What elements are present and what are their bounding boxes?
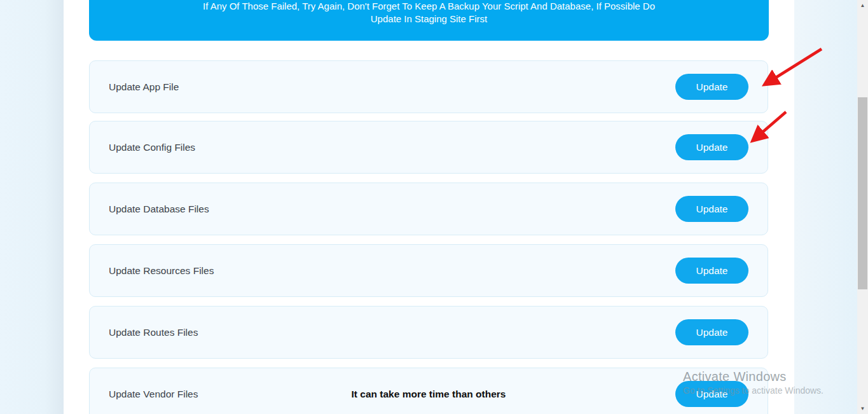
row-label: Update Vendor Files [109,389,198,400]
update-config-files-button[interactable]: Update [675,134,748,160]
update-row-routes-files: Update Routes Files Update [89,306,768,359]
notice-banner-text: If Any Of Those Failed, Try Again, Don't… [194,0,665,25]
update-row-vendor-files: Update Vendor Files It can take more tim… [89,368,768,414]
page-left-gutter [0,0,64,414]
update-database-files-button[interactable]: Update [675,196,748,222]
scrollbar-thumb[interactable] [858,97,867,289]
update-app-file-button[interactable]: Update [675,74,748,100]
row-label: Update App File [109,81,179,93]
update-row-config-files: Update Config Files Update [89,121,768,174]
update-row-resources-files: Update Resources Files Update [89,244,768,297]
update-routes-files-button[interactable]: Update [675,319,748,345]
row-label: Update Routes Files [109,327,198,338]
row-label: Update Database Files [109,204,209,215]
row-label: Update Config Files [109,142,195,153]
scrollbar-down-icon[interactable]: ▼ [857,403,868,414]
scrollbar-up-icon[interactable]: ▲ [857,0,868,11]
update-resources-files-button[interactable]: Update [675,258,748,284]
vertical-scrollbar[interactable]: ▲ ▼ [857,0,868,414]
update-row-database-files: Update Database Files Update [89,183,768,235]
row-label: Update Resources Files [109,265,214,277]
vendor-duration-note: It can take more time than others [352,389,506,400]
update-vendor-files-button[interactable]: Update [675,381,748,407]
update-row-app-file: Update App File Update [89,60,768,113]
page-right-gutter [794,0,857,414]
notice-banner: If Any Of Those Failed, Try Again, Don't… [89,0,769,41]
